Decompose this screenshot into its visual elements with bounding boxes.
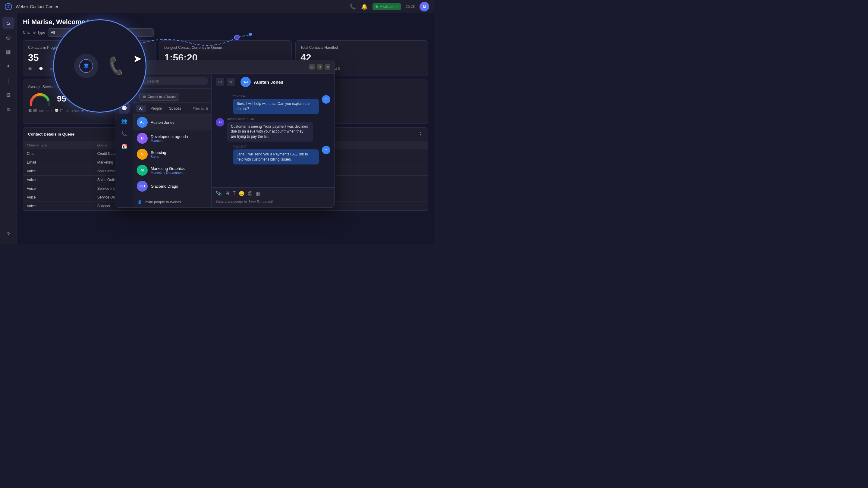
contact-info: Development agenda Teamers (151, 134, 208, 142)
list-item[interactable]: S Sourcing Sales (133, 147, 211, 162)
message-row: Y You 11:49 Jane, I will send you a Paym… (216, 145, 330, 164)
chat-toolbar: 📎 🖥 T 😊 @ ▦ (216, 191, 330, 196)
total-handled-title: Total Contacts Handled (301, 45, 423, 50)
cursor-arrow: ➤ (133, 53, 142, 65)
search-input[interactable] (147, 79, 205, 84)
sidebar-item-settings[interactable]: ⚙ (2, 89, 14, 101)
contact-details-title: Contact Details in Queue (28, 132, 74, 136)
invite-bar[interactable]: 👤 Invite people to Webex (133, 197, 211, 207)
maximize-button[interactable]: □ (317, 64, 322, 70)
list-item[interactable]: AJ Austen Jones (133, 115, 211, 130)
contact-sub: Marketing Department (151, 171, 208, 174)
minimize-button[interactable]: — (309, 64, 315, 70)
sidebar-item-routing[interactable]: ✦ (2, 60, 14, 72)
message-avatar: AJ (216, 118, 224, 127)
sidebar-item-help[interactable]: ? (2, 228, 14, 240)
list-item[interactable]: GD Giacomo Drago (133, 178, 211, 194)
connect-device-button[interactable]: 🖥 Conect to a Device (139, 93, 179, 101)
attachment-icon[interactable]: 📎 (216, 191, 222, 196)
contact-tabs-row: All People Spaces Filter by ⊞ (133, 103, 211, 115)
svg-point-0 (5, 3, 12, 10)
main-content: Hi Marise, Welcome ! Channel Type All Vo… (17, 13, 434, 244)
contact-avatar: M (137, 165, 148, 175)
phone-icon[interactable]: 📞 (350, 3, 356, 10)
contact-info: Giacomo Drago (151, 184, 208, 189)
dashed-connection-line (131, 31, 252, 61)
message-bubble: Sure, I will help with that. Can you exp… (233, 99, 319, 114)
sidebar-item-home[interactable]: ⌂ (2, 17, 14, 29)
webex-title: Webex (130, 64, 306, 69)
message-meta: Austen Jones 11:48 (227, 118, 313, 121)
message-bubble-wrap: You 11:49 Sure, I will help with that. C… (233, 95, 319, 114)
sidebar-item-menu[interactable]: ≡ (2, 104, 14, 116)
invite-icon: 👤 (137, 200, 142, 204)
webex-teams-nav[interactable]: 👥 (119, 116, 130, 126)
contact-info: Austen Jones (151, 120, 208, 125)
webex-chat-panel: ⚙ ☆ AJ Austen Jones Y You 11:49 Sure, I … (212, 74, 335, 207)
chat-messages: Y You 11:49 Sure, I will help with that.… (212, 90, 335, 187)
message-avatar: Y (322, 146, 330, 154)
message-bubble: Customer is seeing "Your payment was dec… (227, 122, 313, 141)
cell-channel: Voice (23, 202, 94, 210)
status-label: Available (380, 4, 394, 9)
list-item[interactable]: M Marketing Graphics Marketing Departmen… (133, 162, 211, 178)
list-item[interactable]: D Development agenda Teamers (133, 130, 211, 147)
topbar: Webex Contact Center 📞 🔔 Available ▾ 25:… (0, 0, 434, 13)
contact-avatar: AJ (137, 117, 148, 128)
avg-chat: 💬 74 00:20:00 (55, 109, 79, 113)
emoji-icon[interactable]: 😊 (239, 191, 245, 196)
tab-all[interactable]: All (136, 105, 146, 112)
svg-point-3 (249, 33, 252, 36)
stat-phone: ☎ 5 (28, 67, 35, 71)
gif-icon[interactable]: ▦ (255, 191, 260, 196)
bell-icon[interactable]: 🔔 (361, 3, 368, 10)
chat-contact-name: Austen Jones (254, 79, 283, 85)
chat-input-area: 📎 🖥 T 😊 @ ▦ (212, 187, 335, 207)
list-item[interactable]: BS Brenda Song (133, 194, 211, 197)
sidebar-item-contacts[interactable]: ◎ (2, 31, 14, 43)
chat-input[interactable] (216, 200, 330, 204)
filter-icon: ⊞ (206, 107, 208, 110)
more-options-icon[interactable]: ⋮ (418, 131, 423, 137)
webex-calls-nav[interactable]: 📞 (119, 128, 130, 139)
cell-channel: Voice (23, 193, 94, 202)
contact-sub: Teamers (151, 139, 208, 142)
chat-header: ⚙ ☆ AJ Austen Jones (212, 74, 335, 90)
mention-icon[interactable]: @ (248, 191, 253, 196)
tab-spaces[interactable]: Spaces (166, 105, 184, 112)
screen-share-icon[interactable]: 🖥 (225, 191, 230, 196)
message-row: Y You 11:49 Sure, I will help with that.… (216, 95, 330, 114)
user-avatar[interactable]: M (420, 2, 429, 11)
search-input-wrap: 🔍 (136, 77, 208, 85)
webex-window-controls: — □ ✕ (309, 64, 330, 70)
webex-body: M + 💬 👥 📞 📅 🔍 (115, 74, 335, 207)
message-meta: You 11:49 (233, 145, 319, 149)
main-sidebar: ⌂ ◎ ▦ ✦ ⟊ ⚙ ≡ ? (0, 13, 17, 244)
sidebar-item-analytics[interactable]: ⟊ (2, 75, 14, 87)
webex-meetings-nav[interactable]: 📅 (119, 141, 130, 152)
chat-settings-icon[interactable]: ⚙ (216, 78, 224, 86)
contact-name: Development agenda (151, 134, 208, 139)
stat-chat: 💬 5 (39, 67, 46, 71)
tab-people[interactable]: People (147, 105, 164, 112)
message-meta: You 11:49 (233, 95, 319, 98)
close-button[interactable]: ✕ (325, 64, 330, 70)
contact-info: Marketing Graphics Marketing Department (151, 166, 208, 174)
contact-avatar: D (137, 133, 148, 144)
app-logo (5, 3, 12, 10)
filter-by-button[interactable]: Filter by ⊞ (193, 107, 208, 110)
connect-device-wrap: 🖥 Conect to a Device (133, 89, 211, 103)
message-avatar: Y (322, 95, 330, 104)
sidebar-item-stats[interactable]: ▦ (2, 46, 14, 58)
app-layout: ⌂ ◎ ▦ ✦ ⟊ ⚙ ≡ ? Hi Marise, Welcome ! Cha… (0, 13, 434, 244)
text-format-icon[interactable]: T (233, 191, 236, 196)
cell-channel: Voice (23, 184, 94, 193)
chat-star-icon[interactable]: ☆ (227, 78, 235, 86)
status-badge[interactable]: Available ▾ (373, 3, 401, 10)
contact-name: Austen Jones (151, 120, 208, 125)
cell-channel: Voice (23, 175, 94, 184)
message-row: AJ Austen Jones 11:48 Customer is seeing… (216, 118, 330, 141)
stat-transfer2: ⇄ 5 (335, 67, 340, 71)
contact-name: Sourcing (151, 150, 208, 155)
gauge-chart (28, 91, 52, 106)
